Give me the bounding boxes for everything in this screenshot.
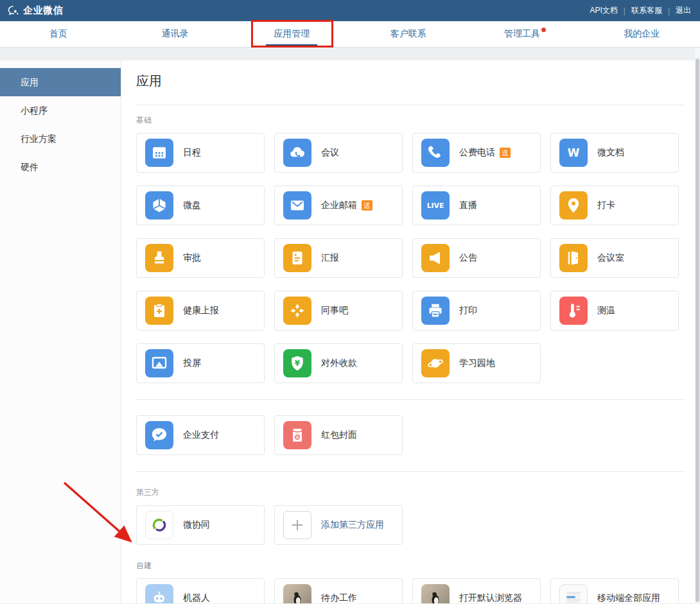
sidebar-item-hardware[interactable]: 硬件 — [0, 153, 121, 181]
app-card[interactable]: 会议 — [274, 133, 403, 173]
app-label: 测温 — [597, 305, 615, 316]
app-card[interactable]: 红包封面 — [274, 415, 403, 455]
enterprise-wechat-admin-window: 企业微信 API文档|联系客服|退出 首页通讯录应用管理客户联系管理工具我的企业… — [0, 0, 700, 604]
app-card[interactable]: 测温 — [550, 291, 679, 331]
app-grid: 微协同添加第三方应用 — [136, 505, 685, 545]
penguin-photo-icon — [283, 584, 311, 603]
separator: | — [624, 6, 626, 15]
app-card[interactable]: 审批 — [136, 238, 265, 278]
tab-contacts[interactable]: 通讯录 — [117, 21, 234, 47]
title-divider — [136, 105, 685, 105]
gift-badge: 送 — [500, 148, 511, 158]
brand-name: 企业微信 — [23, 4, 63, 17]
app-card[interactable]: 打印 — [412, 291, 541, 331]
contact-support-link[interactable]: 联系客服 — [630, 5, 663, 16]
tab-admin-tools[interactable]: 管理工具 — [467, 21, 584, 47]
penguin-photo-icon — [421, 584, 450, 603]
weixietong-swirl-icon — [145, 511, 173, 539]
plus-icon — [283, 511, 311, 539]
app-label: 打印 — [459, 305, 477, 316]
app-card[interactable]: 添加第三方应用 — [274, 505, 403, 545]
app-label: 移动端全部应用 — [597, 592, 660, 603]
app-card[interactable]: 待办工作 — [274, 578, 403, 603]
scrollbar-thumb[interactable] — [696, 58, 699, 602]
nav-tabs: 首页通讯录应用管理客户联系管理工具我的企业 — [0, 21, 700, 47]
tab-label: 应用管理 — [274, 28, 310, 40]
health-clipboard-icon — [145, 297, 173, 325]
wechat-work-logo-icon — [6, 4, 21, 18]
app-grid: 企业支付红包封面 — [136, 415, 685, 455]
app-label: 审批 — [183, 252, 201, 264]
app-card[interactable]: W微文档 — [550, 133, 679, 173]
app-card[interactable]: 投屏 — [136, 343, 265, 383]
app-card[interactable]: 微盘 — [136, 186, 265, 225]
app-label: 待办工作 — [321, 592, 357, 603]
tab-customer-contact[interactable]: 客户联系 — [350, 21, 467, 47]
svg-text:¥: ¥ — [295, 359, 301, 368]
app-label: 微盘 — [183, 200, 201, 211]
sidebar-item-industry-solutions[interactable]: 行业方案 — [0, 125, 121, 153]
logout-link[interactable]: 退出 — [674, 5, 692, 16]
app-label: 企业支付 — [183, 429, 219, 441]
app-label: 微协同 — [183, 519, 210, 531]
tab-app-management[interactable]: 应用管理 — [233, 21, 350, 47]
app-label: 打开默认浏览器 — [459, 592, 522, 603]
mail-icon — [283, 191, 311, 220]
svg-text:W: W — [568, 146, 580, 159]
red-packet-icon — [283, 421, 311, 449]
meeting-cloud-icon — [283, 139, 311, 167]
sidebar-item-apps[interactable]: 应用 — [0, 68, 121, 96]
page-body: 应用小程序行业方案硬件 应用 基础日程会议公费电话送W微文档微盘企业邮箱送LIV… — [0, 47, 700, 603]
robot-icon — [145, 584, 173, 603]
live-icon: LIVE — [421, 191, 450, 220]
app-card[interactable]: 企业邮箱送 — [274, 186, 403, 225]
vertical-scrollbar[interactable] — [695, 48, 700, 604]
phone-icon — [421, 139, 450, 167]
tab-home[interactable]: 首页 — [0, 21, 117, 47]
app-card[interactable]: LIVE直播 — [412, 186, 541, 225]
topbar: 企业微信 API文档|联系客服|退出 — [0, 0, 700, 21]
separator: | — [668, 6, 670, 15]
red-dot-badge — [541, 28, 546, 32]
planet-icon — [421, 349, 450, 377]
megaphone-icon — [421, 244, 450, 272]
tab-my-company[interactable]: 我的企业 — [583, 21, 700, 47]
app-card[interactable]: 打卡 — [550, 186, 679, 225]
app-card[interactable]: 汇报 — [274, 238, 403, 278]
colleagues-icon — [283, 297, 311, 325]
app-card[interactable]: 学习园地 — [412, 343, 541, 383]
app-card[interactable]: 机器人 — [136, 578, 265, 603]
app-label: 公费电话 — [459, 147, 495, 159]
app-card[interactable]: 日程 — [136, 133, 265, 173]
sidebar-item-mini-programs[interactable]: 小程序 — [0, 96, 121, 125]
app-card[interactable]: 公费电话送 — [412, 133, 541, 173]
section-label: 自建 — [136, 560, 685, 571]
app-label: 会议 — [321, 147, 339, 159]
app-card[interactable]: 同事吧 — [274, 291, 403, 331]
location-pin-icon — [559, 191, 588, 220]
app-grid: 日程会议公费电话送W微文档微盘企业邮箱送LIVE直播打卡审批汇报公告会议室健康上… — [136, 133, 685, 383]
app-label: 红包封面 — [321, 429, 357, 441]
screen-cast-icon — [145, 349, 173, 377]
mobile-apps-screenshot-icon — [559, 584, 588, 603]
app-card[interactable]: 健康上报 — [136, 291, 265, 331]
app-label: 机器人 — [183, 592, 210, 603]
tab-label: 客户联系 — [390, 28, 426, 40]
topbar-links: API文档|联系客服|退出 — [588, 5, 692, 16]
door-icon — [559, 244, 588, 272]
app-card[interactable]: 公告 — [412, 238, 541, 278]
app-label: 打卡 — [597, 200, 615, 211]
app-label: 学习园地 — [459, 358, 495, 369]
app-card[interactable]: 移动端全部应用 — [550, 578, 679, 603]
app-grid: 机器人待办工作打开默认浏览器移动端全部应用 — [136, 578, 685, 603]
app-card[interactable]: 打开默认浏览器 — [412, 578, 541, 603]
app-label: 企业邮箱 — [321, 200, 357, 211]
app-label: 日程 — [183, 147, 201, 159]
app-card[interactable]: 企业支付 — [136, 415, 265, 455]
app-card[interactable]: ¥对外收款 — [274, 343, 403, 383]
api-docs-link[interactable]: API文档 — [588, 5, 618, 16]
app-card[interactable]: 会议室 — [550, 238, 679, 278]
app-card[interactable]: 微协同 — [136, 505, 265, 545]
pay-bubble-icon — [145, 421, 173, 449]
app-label: 健康上报 — [183, 305, 219, 316]
